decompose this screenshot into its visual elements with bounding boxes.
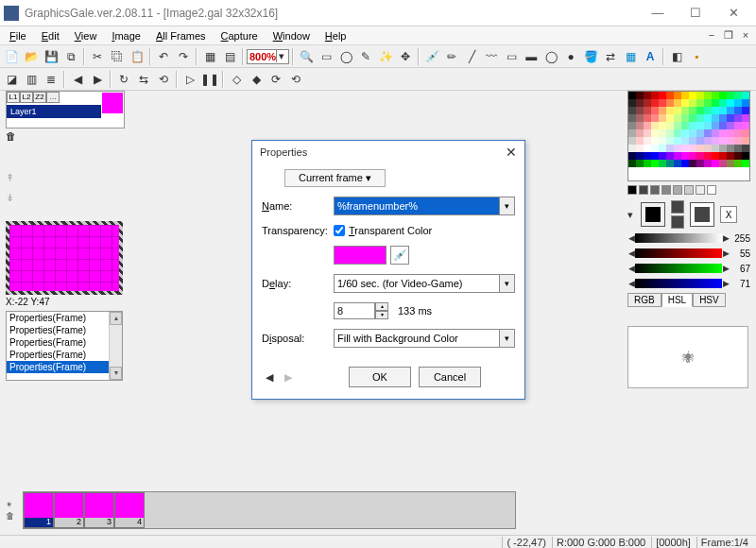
frames-icon[interactable]: ▥	[22, 70, 41, 89]
frame-1[interactable]: 1	[24, 492, 54, 528]
antialias-icon[interactable]: ◧	[667, 47, 686, 66]
mdi-minimize[interactable]: −	[703, 29, 720, 42]
loop-icon[interactable]: ↻	[114, 70, 133, 89]
history-item[interactable]: Properties(Frame)	[7, 312, 122, 324]
g-slider[interactable]: ◀▶67	[627, 263, 750, 274]
history-scrollbar[interactable]: ▴ ▾	[109, 312, 122, 380]
pause-icon[interactable]: ❚❚	[200, 70, 219, 89]
layer-thumb[interactable]	[102, 93, 123, 113]
wand-icon[interactable]: ✨	[376, 47, 395, 66]
swap-color-icon[interactable]: ⇄	[601, 47, 620, 66]
first-frame-icon[interactable]: ◀	[68, 70, 87, 89]
tab-hsl[interactable]: HSL	[662, 293, 693, 307]
tab-rgb[interactable]: RGB	[627, 293, 662, 307]
zoom-display[interactable]: 800%▾	[247, 49, 289, 64]
transparent-check-input[interactable]	[334, 225, 345, 236]
menu-image[interactable]: Image	[104, 28, 148, 43]
menu-window[interactable]: Window	[266, 28, 318, 43]
scroll-down-icon[interactable]: ▾	[110, 367, 122, 380]
grid-icon[interactable]: ▦	[200, 47, 219, 66]
line-icon[interactable]: ╱	[462, 47, 481, 66]
saveall-icon[interactable]: ⧉	[61, 47, 80, 66]
next-frame-icon[interactable]: ▶	[284, 371, 292, 384]
cut-icon[interactable]: ✂	[88, 47, 107, 66]
pattern-icon[interactable]: ▦	[621, 47, 640, 66]
oval-icon[interactable]: ◯	[541, 47, 560, 66]
minimize-button[interactable]: —	[639, 2, 677, 25]
layers-icon[interactable]: ≣	[42, 70, 60, 89]
text-icon[interactable]: A	[641, 47, 660, 66]
maximize-button[interactable]: ☐	[677, 2, 714, 25]
onion-icon[interactable]: ◪	[2, 70, 21, 89]
rect-icon[interactable]: ▭	[502, 47, 521, 66]
tab-hsv[interactable]: HSV	[693, 293, 726, 307]
gray-slider[interactable]: ◀▶255	[627, 232, 750, 244]
pencil-icon[interactable]: ✏	[442, 47, 461, 66]
delay-spinner[interactable]: ▴▾	[334, 302, 388, 319]
open-icon[interactable]: 📂	[22, 47, 41, 66]
disposal-combo[interactable]	[334, 329, 500, 348]
down-arrow-icon[interactable]: ↡	[6, 192, 125, 204]
rotate2-icon[interactable]: ⟲	[286, 70, 305, 89]
menu-edit[interactable]: Edit	[34, 28, 67, 43]
menu-help[interactable]: Help	[318, 28, 354, 43]
current-frame-tab[interactable]: Current frame ▾	[284, 169, 386, 187]
name-dropdown-icon[interactable]: ▾	[500, 197, 515, 215]
menu-capture[interactable]: Capture	[214, 28, 266, 43]
fillrect-icon[interactable]: ▬	[522, 47, 541, 66]
layer-tab-1[interactable]: L1	[7, 92, 20, 103]
history-item[interactable]: Properties(Frame)	[7, 361, 122, 373]
layer-tab-4[interactable]: …	[46, 92, 60, 103]
swatch-dropdown-icon[interactable]: ▾	[627, 209, 635, 221]
transparent-color-swatch[interactable]	[334, 246, 387, 265]
frame-3[interactable]: 3	[84, 492, 114, 528]
swatch[interactable]	[707, 185, 716, 195]
trash-icon[interactable]: 🗑	[6, 130, 21, 146]
mdi-close[interactable]: ×	[737, 29, 754, 42]
swatch[interactable]	[696, 185, 705, 195]
swap-colors-button[interactable]: X	[720, 206, 737, 223]
b-slider[interactable]: ◀▶71	[627, 278, 750, 289]
dialog-titlebar[interactable]: Properties ✕	[252, 141, 524, 163]
background-swatch[interactable]	[690, 202, 714, 227]
r-slider[interactable]: ◀▶55	[627, 248, 750, 259]
swatch[interactable]	[639, 185, 648, 195]
layer-tab-3[interactable]: Z2	[33, 92, 46, 103]
mini-swatch[interactable]	[671, 215, 684, 229]
ok-button[interactable]: OK	[349, 367, 411, 387]
play-icon[interactable]: ▷	[180, 70, 199, 89]
mini-swatch[interactable]	[671, 200, 684, 214]
swatch[interactable]	[650, 185, 660, 195]
spin-down-icon[interactable]: ▾	[375, 311, 388, 319]
foreground-swatch[interactable]	[641, 202, 665, 227]
pingpong-icon[interactable]: ⇆	[134, 70, 153, 89]
bucket-icon[interactable]: 🪣	[581, 47, 600, 66]
swatch[interactable]	[684, 185, 694, 195]
move-icon[interactable]: ✥	[396, 47, 415, 66]
mdi-restore[interactable]: ❐	[720, 29, 737, 42]
copy-icon[interactable]: ⿻	[108, 47, 127, 66]
up-arrow-icon[interactable]: ↟	[6, 172, 125, 184]
snap-icon[interactable]: ▪	[687, 47, 706, 66]
zoom-tool-icon[interactable]: 🔍	[297, 47, 316, 66]
delay-spin-input[interactable]	[334, 302, 375, 319]
delay-combo[interactable]	[334, 274, 500, 293]
frame-tool-icon[interactable]: ✴	[6, 500, 19, 509]
disposal-dropdown-icon[interactable]: ▾	[500, 329, 515, 348]
grid2-icon[interactable]: ▤	[220, 47, 239, 66]
frame-trash-icon[interactable]: 🗑	[6, 511, 19, 521]
scroll-up-icon[interactable]: ▴	[110, 312, 122, 325]
menu-allframes[interactable]: All Frames	[148, 28, 214, 43]
last-frame-icon[interactable]: ▶	[88, 70, 107, 89]
canvas-preview[interactable]	[6, 221, 123, 295]
select-oval-icon[interactable]: ◯	[336, 47, 355, 66]
swatch[interactable]	[627, 185, 637, 195]
swatch[interactable]	[662, 185, 671, 195]
cancel-button[interactable]: Cancel	[419, 367, 481, 387]
rotate-icon[interactable]: ⟳	[266, 70, 285, 89]
eyedropper-icon[interactable]: 💉	[422, 47, 441, 66]
menu-view[interactable]: View	[67, 28, 105, 43]
dialog-close-icon[interactable]: ✕	[506, 145, 517, 160]
prev-frame-icon[interactable]: ◀	[266, 371, 273, 384]
swatch[interactable]	[673, 185, 682, 195]
